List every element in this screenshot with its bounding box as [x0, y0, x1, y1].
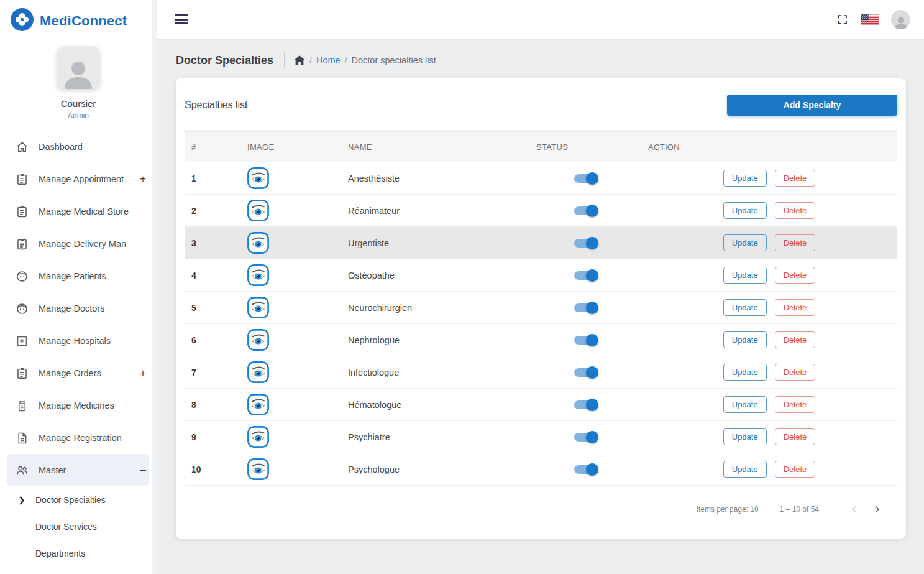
sidebar-subitem-label: Doctor Specialties [35, 495, 106, 505]
breadcrumb: Doctor Specialties / Home / Doctor speci… [176, 52, 924, 69]
sidebar-menu: DashboardManage Appointment+Manage Medic… [0, 131, 157, 486]
delete-button[interactable]: Delete [775, 299, 816, 316]
add-specialty-button[interactable]: Add Specialty [727, 95, 897, 116]
delete-button[interactable]: Delete [775, 234, 816, 251]
sidebar-item-label: Master [39, 465, 66, 475]
fullscreen-icon[interactable] [836, 14, 848, 25]
specialty-image-cell [242, 195, 341, 226]
brand-logo-icon [11, 8, 34, 34]
next-page-button[interactable] [870, 502, 884, 516]
delete-button[interactable]: Delete [775, 364, 816, 381]
sidebar-item-manage-hospitals[interactable]: Manage Hospitals [0, 325, 157, 357]
status-toggle[interactable] [574, 465, 597, 474]
action-cell: UpdateDelete [641, 453, 897, 485]
sidebar-item-manage-medical-store[interactable]: Manage Medical Store [0, 195, 157, 228]
sidebar-subitem-departments[interactable]: ❯Departments [0, 540, 157, 567]
update-button[interactable]: Update [723, 428, 767, 445]
status-toggle[interactable] [574, 433, 597, 442]
previous-page-button[interactable] [848, 502, 861, 516]
home-icon[interactable] [294, 55, 305, 65]
status-cell [529, 421, 641, 453]
delete-button[interactable]: Delete [775, 396, 816, 413]
specialty-image-cell [242, 421, 341, 453]
face-icon [16, 270, 29, 283]
sidebar-subitem-doctor-services[interactable]: ❯Doctor Services [0, 513, 157, 540]
expand-plus-icon[interactable]: + [140, 173, 146, 185]
sidebar-item-manage-orders[interactable]: Manage Orders+ [0, 357, 157, 389]
status-toggle[interactable] [574, 271, 597, 280]
language-flag-icon[interactable] [861, 14, 879, 25]
sidebar-item-master[interactable]: Master– [7, 454, 149, 486]
sidebar: MediConnect Coursier Admin DashboardMana… [0, 0, 157, 574]
update-button[interactable]: Update [723, 364, 767, 381]
specialty-eye-image [247, 426, 269, 448]
row-number: 8 [185, 389, 242, 420]
sidebar-subitem-doctor-specialties[interactable]: ❯Doctor Specialties [0, 486, 157, 513]
sidebar-item-dashboard[interactable]: Dashboard [0, 131, 157, 163]
sidebar-item-manage-medicines[interactable]: Manage Medicines [0, 389, 157, 422]
breadcrumb-current: Doctor specialties list [352, 55, 436, 65]
toggle-knob [586, 269, 598, 282]
toggle-knob [586, 302, 598, 314]
update-button[interactable]: Update [723, 234, 767, 251]
expand-plus-icon[interactable]: + [140, 367, 146, 379]
table-row: 6NephrologueUpdateDelete [185, 324, 897, 356]
delete-button[interactable]: Delete [775, 170, 816, 187]
sidebar-item-label: Manage Appointment [39, 174, 124, 184]
sidebar-item-label: Manage Registration [39, 433, 122, 443]
collapse-minus-icon[interactable]: – [140, 464, 146, 476]
sidebar-subitem-label: Doctor Services [35, 522, 97, 532]
status-cell [529, 453, 641, 485]
update-button[interactable]: Update [723, 331, 767, 348]
update-button[interactable]: Update [723, 267, 767, 284]
table-row: 4OstéopatheUpdateDelete [185, 259, 897, 292]
sidebar-item-manage-appointment[interactable]: Manage Appointment+ [0, 163, 157, 195]
action-cell: UpdateDelete [641, 162, 897, 194]
specialty-image-cell [242, 259, 341, 291]
document-icon [16, 432, 29, 445]
sidebar-item-manage-registration[interactable]: Manage Registration [0, 422, 157, 454]
table-row: 5NeurochirurgienUpdateDelete [185, 292, 897, 324]
row-number: 5 [185, 292, 242, 323]
delete-button[interactable]: Delete [775, 331, 816, 348]
row-number: 6 [185, 324, 242, 356]
specialty-image-cell [242, 227, 341, 259]
update-button[interactable]: Update [723, 396, 767, 413]
status-toggle[interactable] [574, 368, 597, 377]
sidebar-item-manage-patients[interactable]: Manage Patients [0, 260, 157, 292]
update-button[interactable]: Update [723, 202, 767, 219]
action-cell: UpdateDelete [641, 389, 897, 420]
status-toggle[interactable] [574, 174, 597, 183]
status-toggle[interactable] [574, 336, 597, 345]
sidebar-item-label: Manage Orders [39, 368, 101, 378]
toggle-knob [586, 399, 598, 411]
menu-toggle-icon[interactable] [175, 14, 188, 24]
status-toggle[interactable] [574, 239, 597, 248]
update-button[interactable]: Update [723, 461, 767, 478]
action-cell: UpdateDelete [641, 421, 897, 453]
delete-button[interactable]: Delete [775, 267, 816, 284]
delete-button[interactable]: Delete [775, 428, 816, 445]
toggle-knob [586, 205, 598, 217]
sidebar-item-manage-doctors[interactable]: Manage Doctors [0, 292, 157, 325]
update-button[interactable]: Update [723, 170, 767, 187]
brand-name: MediConnect [40, 13, 127, 29]
status-toggle[interactable] [574, 400, 597, 409]
sidebar-item-label: Manage Medical Store [39, 206, 129, 216]
specialty-image-cell [242, 356, 341, 388]
delete-button[interactable]: Delete [775, 461, 816, 478]
sidebar-item-manage-delivery-man[interactable]: Manage Delivery Man [0, 228, 157, 260]
user-avatar[interactable] [891, 10, 910, 29]
status-toggle[interactable] [574, 303, 597, 312]
update-button[interactable]: Update [723, 299, 767, 316]
delete-button[interactable]: Delete [775, 202, 816, 219]
status-toggle[interactable] [574, 206, 597, 215]
row-number: 2 [185, 195, 242, 226]
row-number: 10 [185, 453, 242, 485]
face-icon [16, 302, 29, 315]
sidebar-subitem-label: Departments [35, 549, 85, 558]
breadcrumb-home-link[interactable]: Home [316, 55, 341, 65]
hospital-icon [16, 335, 29, 348]
toggle-knob [586, 463, 598, 476]
brand[interactable]: MediConnect [0, 0, 157, 34]
